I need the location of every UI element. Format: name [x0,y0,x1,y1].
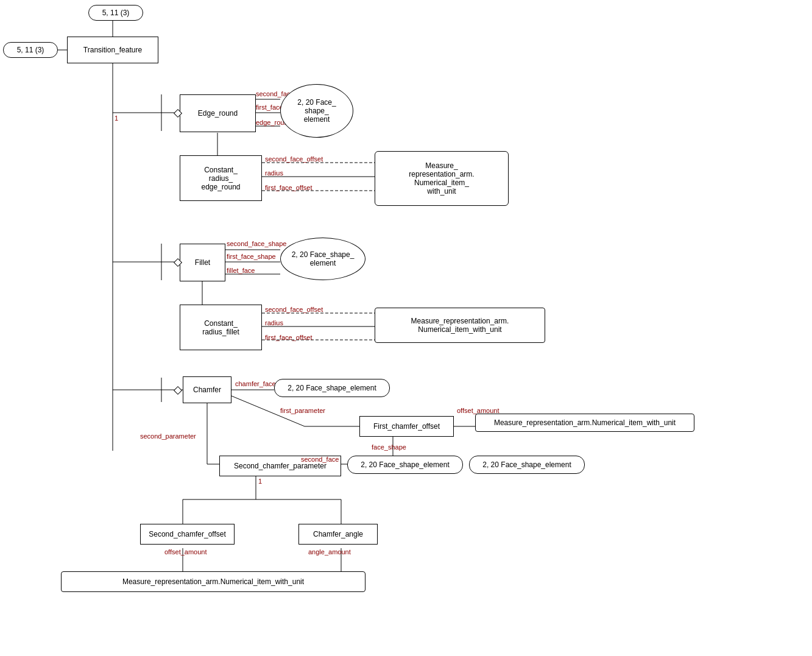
label-second-face: second_face [301,456,339,463]
face-shape-element-oval-2: 2, 20 Face_shape_ element [280,238,365,280]
label-second-face-offset-1: second_face_offset [265,155,323,163]
face-shape-element-3: 2, 20 Face_shape_element [347,456,463,474]
diagram-container: 5, 11 (3) 5, 11 (3) Transition_feature 1… [0,0,812,656]
fillet-box: Fillet [180,244,225,281]
constant-radius-edge-round-box: Constant_ radius_ edge_round [180,155,262,201]
label-1: 1 [115,115,118,122]
second-chamfer-offset-box: Second_chamfer_offset [140,524,235,545]
chamfer-box: Chamfer [183,376,231,403]
label-second-parameter: second_parameter [140,432,196,440]
measure-rep-box-1: Measure_ representation_arm. Numerical_i… [375,151,509,206]
measure-rep-box-3: Measure_representation_arm.Numerical_ite… [475,414,694,432]
left-label: 5, 11 (3) [3,42,58,58]
measure-rep-box-2: Measure_representation_arm. Numerical_it… [375,308,545,343]
label-offset-amount-2: offset_amount [164,548,207,555]
label-first-face-offset-1: first_face_offset [265,184,312,191]
label-second-face-shape-2: second_face_shape [227,240,286,247]
label-radius-1: radius [265,169,283,177]
top-label: 5, 11 (3) [88,5,143,21]
label-second-face-offset-2: second_face_offset [265,306,323,313]
label-1b: 1 [258,478,262,485]
face-shape-element-oval-1: 2, 20 Face_ shape_ element [280,84,353,138]
measure-rep-box-4: Measure_representation_arm.Numerical_ite… [61,571,365,592]
constant-radius-fillet-box: Constant_ radius_fillet [180,305,262,350]
label-radius-2: radius [265,319,283,326]
chamfer-face-element: 2, 20 Face_shape_element [274,379,390,397]
edge-round-box: Edge_round [180,94,256,132]
first-chamfer-offset-box: First_chamfer_offset [359,416,454,437]
label-first-face-offset-2: first_face_offset [265,334,312,341]
label-first-parameter: first_parameter [280,407,325,414]
label-face-shape: face_shape [372,443,406,451]
diamond-chamfer [174,386,182,395]
label-fillet-face: fillet_face [227,267,255,274]
transition-feature-box: Transition_feature [67,37,158,63]
label-chamfer-face: chamfer_face [235,380,276,387]
face-shape-element-4: 2, 20 Face_shape_element [469,456,585,474]
label-first-face-shape-2: first_face_shape [227,253,276,260]
label-angle-amount: angle_amount [308,548,351,555]
chamfer-angle-box: Chamfer_angle [298,524,378,545]
